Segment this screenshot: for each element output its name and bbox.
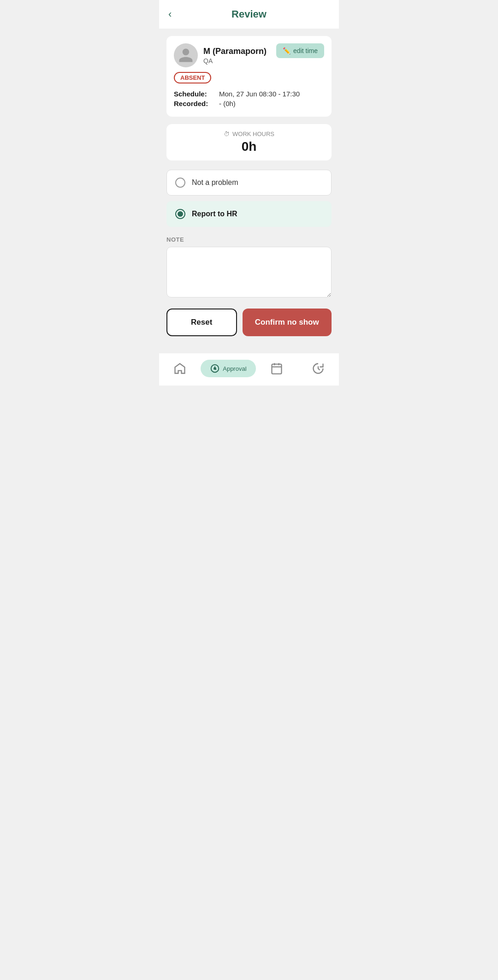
- employee-role: QA: [203, 57, 267, 65]
- nav-calendar[interactable]: [256, 362, 297, 375]
- note-textarea[interactable]: [166, 247, 332, 297]
- calendar-icon: [270, 362, 283, 375]
- bottom-nav: Approval: [159, 353, 339, 386]
- employee-card: M (Paramaporn) QA ✏️ edit time ABSENT Sc…: [166, 36, 332, 117]
- radio-group: Not a problem Report to HR: [166, 170, 332, 227]
- radio-circle-not-problem: [175, 178, 185, 188]
- main-content: M (Paramaporn) QA ✏️ edit time ABSENT Sc…: [159, 29, 339, 353]
- nav-approval[interactable]: Approval: [201, 360, 255, 377]
- svg-rect-2: [272, 364, 281, 374]
- nav-reports[interactable]: [297, 362, 339, 375]
- employee-name: M (Paramaporn): [203, 47, 267, 56]
- radio-not-problem[interactable]: Not a problem: [166, 170, 332, 196]
- nav-home[interactable]: [159, 362, 201, 375]
- schedule-info: Schedule: Mon, 27 Jun 08:30 - 17:30 Reco…: [174, 90, 324, 107]
- note-label: NOTE: [166, 236, 332, 243]
- recorded-label: Recorded:: [174, 100, 215, 107]
- approval-label: Approval: [223, 365, 246, 372]
- reset-button[interactable]: Reset: [166, 309, 237, 336]
- recorded-value: - (0h): [219, 100, 236, 107]
- header: ‹ Review: [159, 0, 339, 29]
- back-button[interactable]: ‹: [168, 8, 172, 20]
- pencil-icon: ✏️: [283, 47, 290, 54]
- edit-time-label: edit time: [293, 47, 318, 54]
- work-hours-label: ⏱ WORK HOURS: [176, 131, 322, 137]
- work-hours-value: 0h: [176, 139, 322, 154]
- clock-icon: ⏱: [224, 131, 230, 137]
- not-problem-label: Not a problem: [192, 178, 238, 187]
- report-hr-label: Report to HR: [192, 210, 237, 218]
- svg-point-1: [214, 368, 216, 369]
- avatar: [174, 43, 198, 67]
- work-hours-card: ⏱ WORK HOURS 0h: [166, 124, 332, 160]
- schedule-value: Mon, 27 Jun 08:30 - 17:30: [219, 90, 300, 98]
- home-icon: [173, 362, 186, 375]
- edit-time-button[interactable]: ✏️ edit time: [276, 43, 324, 58]
- action-buttons: Reset Confirm no show: [166, 309, 332, 336]
- absent-badge: ABSENT: [174, 72, 211, 83]
- radio-report-hr[interactable]: Report to HR: [166, 201, 332, 227]
- page-title: Review: [231, 8, 267, 20]
- reports-icon: [312, 362, 325, 375]
- schedule-label: Schedule:: [174, 90, 215, 98]
- confirm-no-show-button[interactable]: Confirm no show: [243, 309, 332, 336]
- employee-info: M (Paramaporn) QA: [174, 43, 267, 67]
- approval-icon: [210, 363, 220, 374]
- radio-circle-report-hr: [175, 209, 185, 219]
